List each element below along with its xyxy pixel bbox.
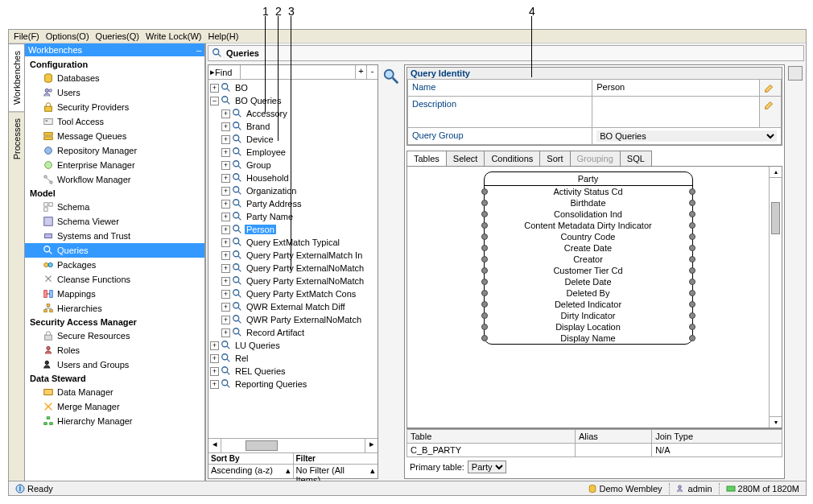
tree-toggle[interactable]: + [221, 174, 230, 183]
nav-workflow-manager[interactable]: Workflow Manager [25, 172, 204, 187]
party-column[interactable]: Dirty Indicator [485, 310, 692, 321]
join-pin-left[interactable] [481, 211, 488, 217]
nav-hierarchy-manager[interactable]: Hierarchy Manager [25, 414, 204, 428]
scroll-up-icon[interactable]: ▴ [770, 167, 782, 178]
join-pin-right[interactable] [689, 279, 695, 285]
nav-mappings[interactable]: Mappings [25, 287, 204, 301]
nav-users-groups[interactable]: Users and Groups [25, 357, 204, 372]
vtab-workbenches[interactable]: Workbenches [9, 43, 24, 111]
tree-row[interactable]: +Reporting Queries [210, 378, 376, 390]
tree-row[interactable]: +Query Party ExternalNoMatch [210, 262, 376, 275]
party-column[interactable]: Activity Status Cd [485, 186, 692, 197]
minimize-icon[interactable]: – [196, 45, 201, 55]
vtab-processes[interactable]: Processes [9, 111, 24, 166]
tree-row[interactable]: +REL Queries [210, 365, 376, 378]
join-pin-right[interactable] [689, 233, 695, 240]
tree-toggle[interactable]: + [210, 367, 219, 376]
col-table[interactable]: Table [407, 430, 576, 444]
join-pin-right[interactable] [689, 312, 695, 319]
party-column[interactable]: Display Location [485, 321, 692, 333]
tree-toggle[interactable]: + [221, 264, 230, 273]
tab-conditions[interactable]: Conditions [484, 151, 540, 166]
nav-roles[interactable]: Roles [25, 343, 204, 357]
party-column[interactable]: Create Date [485, 242, 692, 254]
tab-select[interactable]: Select [446, 151, 485, 166]
join-pin-left[interactable] [481, 188, 488, 195]
nav-schema-viewer[interactable]: Schema Viewer [25, 214, 204, 229]
tree-toggle[interactable]: + [221, 277, 230, 286]
primary-table-select[interactable]: Party [468, 461, 506, 473]
nav-tool-access[interactable]: Tool Access [25, 114, 204, 129]
tree-toggle[interactable]: + [221, 161, 230, 170]
join-pin-left[interactable] [481, 324, 488, 330]
tree-toggle[interactable]: + [210, 380, 219, 389]
tree-toggle[interactable]: + [210, 84, 219, 93]
join-pin-right[interactable] [689, 301, 695, 308]
hscroll-track[interactable] [221, 439, 365, 452]
nav-systems-trust[interactable]: Systems and Trust [25, 229, 204, 243]
nav-security-providers[interactable]: Security Providers [25, 100, 204, 114]
tree-toggle[interactable]: + [221, 122, 230, 131]
party-column[interactable]: Birthdate [485, 197, 692, 209]
tree-row[interactable]: +BO [210, 81, 376, 94]
menu-queries[interactable]: Queries(Q) [93, 31, 142, 42]
nav-schema[interactable]: Schema [25, 200, 204, 214]
tree-row[interactable]: +Record Artifact [210, 326, 376, 339]
nav-queries[interactable]: Queries [25, 243, 204, 258]
join-pin-right[interactable] [689, 211, 695, 217]
find-add[interactable]: + [355, 65, 366, 79]
col-join-type[interactable]: Join Type [652, 430, 782, 444]
nav-cleanse-functions[interactable]: Cleanse Functions [25, 272, 204, 287]
scroll-left-icon[interactable]: ◂ [208, 439, 221, 452]
nav-secure-resources[interactable]: Secure Resources [25, 328, 204, 343]
tree-hscrollbar[interactable]: ◂ ▸ [208, 438, 378, 452]
join-pin-left[interactable] [481, 245, 488, 251]
tree-toggle[interactable]: + [221, 225, 230, 234]
party-diagram-area[interactable]: Party Activity Status CdBirthdateConsoli… [407, 167, 769, 428]
party-column[interactable]: Consolidation Ind [485, 209, 692, 220]
tree-row[interactable]: +Query Party ExternalNoMatch [210, 275, 376, 287]
party-column[interactable]: Delete Date [485, 276, 692, 287]
edit-name-button[interactable] [759, 80, 781, 97]
party-column[interactable]: Customer Tier Cd [485, 265, 692, 276]
tree-row[interactable]: +Party Address [210, 197, 376, 210]
tab-tables[interactable]: Tables [406, 151, 447, 166]
hscroll-thumb[interactable] [246, 440, 278, 451]
tree-row[interactable]: –BO Queries [210, 94, 376, 107]
tab-sql[interactable]: SQL [620, 151, 652, 166]
tree-toggle[interactable]: + [221, 148, 230, 157]
tree-toggle[interactable]: + [221, 187, 230, 196]
nav-packages[interactable]: Packages [25, 258, 204, 272]
vscroll-thumb[interactable] [771, 202, 780, 234]
join-pin-right[interactable] [689, 256, 695, 262]
tree-toggle[interactable]: + [221, 251, 230, 260]
party-column[interactable]: Deleted Indicator [485, 299, 692, 310]
tree-toggle[interactable]: + [221, 303, 230, 312]
join-pin-right[interactable] [689, 245, 695, 251]
join-pin-right[interactable] [689, 188, 695, 195]
tree-row[interactable]: +Brand [210, 120, 376, 133]
tree-row[interactable]: +Accessory [210, 107, 376, 120]
join-pin-left[interactable] [481, 290, 488, 296]
description-input[interactable] [596, 99, 754, 123]
table-row[interactable]: C_B_PARTY N/A [407, 444, 782, 457]
party-column[interactable]: Content Metadata Dirty Indicator [485, 220, 692, 231]
join-pin-left[interactable] [481, 312, 488, 319]
name-input[interactable] [596, 82, 754, 92]
join-pin-left[interactable] [481, 233, 488, 240]
nav-enterprise-manager[interactable]: Enterprise Manager [25, 158, 204, 172]
join-pin-right[interactable] [689, 267, 695, 274]
nav-data-manager[interactable]: Data Manager [25, 385, 204, 399]
scroll-right-icon[interactable]: ▸ [365, 439, 378, 452]
col-alias[interactable]: Alias [576, 430, 652, 444]
tree-row[interactable]: +Query ExtMatch Typical [210, 236, 376, 249]
nav-repository-manager[interactable]: Repository Manager [25, 143, 204, 158]
query-group-select[interactable]: BO Queries [596, 130, 777, 142]
join-pin-right[interactable] [689, 200, 695, 206]
menu-writelock[interactable]: Write Lock(W) [142, 31, 204, 42]
tree-row[interactable]: +Group [210, 159, 376, 171]
join-pin-right[interactable] [689, 335, 695, 341]
tree-toggle[interactable]: + [221, 135, 230, 144]
tree-row[interactable]: +LU Queries [210, 339, 376, 352]
nav-merge-manager[interactable]: Merge Manager [25, 399, 204, 414]
